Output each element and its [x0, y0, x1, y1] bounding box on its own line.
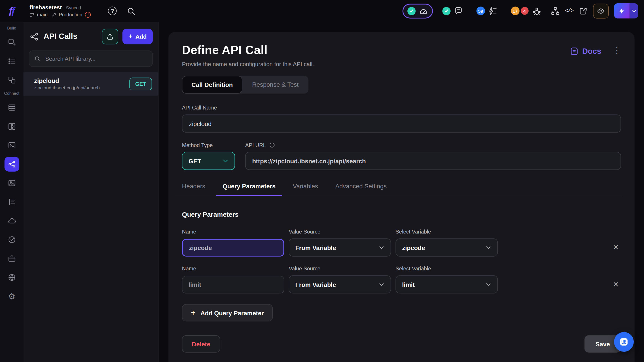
param-name-input[interactable] — [182, 239, 284, 256]
docs-icon — [570, 47, 578, 56]
variable-value: limit — [402, 281, 415, 288]
api-list-item-zipcloud[interactable]: zipcloud zipcloud.ibsnet.co.jp/api/searc… — [24, 72, 158, 96]
branch-name[interactable]: main — [37, 12, 48, 18]
branch-icon — [30, 12, 35, 17]
tests-passing-badge — [407, 7, 416, 15]
actions-status-group[interactable]: 59 — [472, 4, 501, 17]
sidebar-item-localization[interactable] — [4, 270, 19, 285]
subtab-query-parameters[interactable]: Query Parameters — [216, 183, 282, 196]
api-library-panel: API Calls + Add zipcloud zipcloud.ibsnet… — [24, 22, 158, 362]
value-source-select[interactable]: From Variable — [289, 275, 391, 293]
layout-blocks-icon — [8, 122, 16, 130]
comments-icon — [454, 6, 463, 15]
chevron-down-icon — [222, 157, 229, 164]
sidebar-item-data-schema[interactable] — [4, 119, 19, 134]
plus-icon: + — [128, 32, 132, 41]
sidebar-item-widget-palette[interactable] — [4, 35, 19, 50]
project-name: firebasetest — [30, 4, 62, 10]
nav-sidebar: Build Connect ⚙ — [0, 22, 24, 362]
remove-param-button[interactable]: × — [613, 280, 621, 289]
sidebar-item-api-calls[interactable] — [4, 157, 19, 172]
sidebar-item-database[interactable] — [4, 100, 19, 115]
add-query-parameter-button[interactable]: + Add Query Parameter — [182, 304, 273, 321]
tests-status-group[interactable] — [402, 3, 433, 18]
run-bolt-icon — [614, 3, 630, 18]
media-icon — [8, 179, 16, 187]
errors-count-badge: 4 — [520, 6, 529, 15]
info-icon[interactable] — [269, 142, 275, 148]
api-calls-icon — [8, 160, 16, 168]
param-row: From Variable zipcode × — [182, 238, 621, 257]
wrench-icon — [52, 12, 57, 17]
param-row: From Variable limit × — [182, 275, 621, 293]
method-type-select[interactable]: GET — [182, 152, 235, 170]
tab-call-definition[interactable]: Call Definition — [182, 76, 242, 94]
run-options-chevron-icon[interactable] — [630, 3, 638, 18]
terminal-icon — [8, 141, 16, 149]
environment-warning-icon[interactable]: ! — [85, 12, 91, 18]
widget-add-icon — [8, 38, 16, 46]
more-options-icon[interactable]: ⋮ — [613, 46, 621, 54]
flutterflow-logo-icon[interactable]: ƒƒ — [5, 5, 19, 16]
add-api-call-button[interactable]: + Add — [122, 29, 153, 44]
subtab-variables[interactable]: Variables — [286, 183, 325, 196]
widget-tree-icon[interactable] — [550, 6, 560, 15]
api-calls-icon — [30, 32, 39, 41]
param-row-labels: Name Value Source Select Variable — [182, 266, 621, 272]
subtab-advanced-settings[interactable]: Advanced Settings — [329, 183, 393, 196]
messenger-launcher-button[interactable] — [614, 332, 634, 352]
bug-icon — [532, 6, 541, 15]
sidebar-item-custom-code[interactable] — [4, 138, 19, 153]
value-source-select[interactable]: From Variable — [289, 238, 391, 257]
main-area: Define API Call Docs ⋮ Provide the name … — [158, 22, 644, 362]
sidebar-item-app-values[interactable] — [4, 195, 19, 209]
api-search-box — [29, 50, 153, 67]
open-in-new-icon[interactable] — [579, 6, 588, 15]
search-icon — [34, 55, 40, 62]
logo-glyph: ƒ — [10, 5, 16, 16]
cloud-icon — [8, 217, 16, 225]
subtab-headers[interactable]: Headers — [175, 183, 212, 196]
variable-select[interactable]: limit — [396, 275, 498, 293]
chevron-down-icon — [484, 281, 492, 288]
issues-status-group[interactable]: 17 4 — [507, 4, 546, 17]
param-name-input[interactable] — [182, 276, 284, 293]
search-icon[interactable] — [126, 6, 136, 15]
topbar-status-cluster: 59 17 4 </> — [402, 3, 638, 18]
api-search-input[interactable] — [44, 55, 147, 62]
sidebar-item-actions[interactable] — [4, 232, 19, 247]
help-button[interactable]: ? — [108, 6, 117, 15]
actions-count-badge: 59 — [476, 6, 485, 15]
remove-param-button[interactable]: × — [613, 243, 621, 252]
preview-mode-button[interactable] — [593, 3, 609, 18]
sidebar-item-toolbox[interactable] — [4, 251, 19, 266]
gear-icon: ⚙ — [8, 292, 16, 301]
sidebar-item-page-selector[interactable] — [4, 54, 19, 69]
developer-menu-icon[interactable]: </> — [565, 8, 573, 14]
sidebar-item-components[interactable] — [4, 73, 19, 87]
method-badge: GET — [130, 77, 152, 90]
query-parameters-heading: Query Parameters — [182, 211, 621, 218]
api-call-name-input[interactable] — [182, 114, 621, 132]
review-status-group[interactable] — [438, 4, 467, 17]
sidebar-item-cloud-functions[interactable] — [4, 213, 19, 228]
review-passing-badge — [442, 7, 450, 15]
topbar: ƒƒ firebasetest Synced main Production !… — [0, 0, 644, 22]
method-type-value: GET — [188, 157, 201, 164]
globe-icon — [8, 273, 16, 282]
connect-section-label: Connect — [4, 91, 19, 96]
import-api-button[interactable] — [102, 29, 118, 44]
test-runner-icon — [419, 6, 428, 15]
run-app-button[interactable] — [614, 3, 638, 18]
tab-response-test[interactable]: Response & Test — [242, 76, 308, 94]
environment-name[interactable]: Production — [59, 12, 82, 18]
value-source-value: From Variable — [296, 281, 336, 288]
page-title: Define API Call — [182, 43, 268, 57]
api-item-endpoint: zipcloud.ibsnet.co.jp/api/search — [34, 85, 100, 90]
docs-link[interactable]: Docs — [570, 47, 601, 56]
sidebar-item-media-assets[interactable] — [4, 176, 19, 190]
sidebar-item-settings[interactable]: ⚙ — [4, 289, 19, 304]
variable-select[interactable]: zipcode — [396, 238, 498, 257]
api-url-input[interactable] — [245, 152, 621, 170]
delete-button[interactable]: Delete — [182, 336, 220, 353]
